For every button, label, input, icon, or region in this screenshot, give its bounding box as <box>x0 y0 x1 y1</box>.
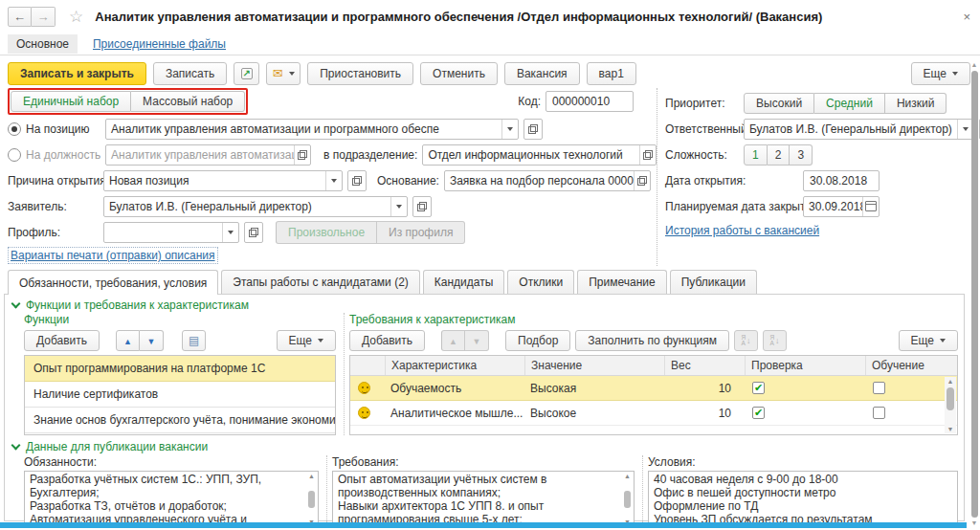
pick-button[interactable]: Подбор <box>505 330 570 351</box>
weight-cell[interactable]: 10 <box>664 382 745 395</box>
post-field[interactable]: Аналитик управления автоматизации и пр <box>105 144 311 166</box>
tab-responses[interactable]: Отклики <box>507 270 574 294</box>
check-column-header[interactable]: Проверка <box>745 356 865 375</box>
priority-medium-button[interactable]: Средний <box>814 93 885 114</box>
move-up-button[interactable] <box>441 330 465 351</box>
arbitrary-description-button[interactable]: Произвольное <box>276 221 377 244</box>
position-combo[interactable]: Аналитик управления автоматизации и прог… <box>105 119 519 140</box>
table-row[interactable]: Обучаемость Высокая 10 ✔ <box>350 376 957 401</box>
functions-section-header[interactable]: Функции и требования к характеристикам <box>5 297 964 313</box>
weight-column-header[interactable]: Вес <box>664 356 745 375</box>
suspend-button[interactable]: Приостановить <box>307 62 413 85</box>
training-checkbox[interactable] <box>873 382 885 394</box>
tab-main[interactable]: Основное <box>8 34 78 54</box>
scroll-down-icon[interactable]: ▼ <box>947 425 954 433</box>
position-radio[interactable] <box>8 122 21 136</box>
complexity-3-button[interactable]: 3 <box>790 144 813 166</box>
vacancy-button[interactable]: Вакансия <box>504 62 580 85</box>
scrollbar-thumb[interactable] <box>624 491 631 508</box>
forward-button[interactable]: → <box>32 7 56 27</box>
department-field[interactable]: Отдел информационных технологий <box>422 144 657 166</box>
conditions-textarea[interactable]: 40 часовая неделя с 9-00 до 18-00 Офис в… <box>648 471 958 528</box>
function-list-item[interactable]: Опыт программирования на платформе 1С <box>25 356 335 382</box>
function-list-item[interactable]: Наличие сертификатов <box>25 382 335 408</box>
table-scrollbar[interactable]: ▲ ▼ <box>945 377 956 433</box>
characteristics-more-button[interactable]: Еще <box>899 330 958 351</box>
scroll-down-icon[interactable]: ▼ <box>971 519 978 527</box>
single-recruitment-button[interactable]: Единичный набор <box>11 91 131 112</box>
close-date-input[interactable]: 30.09.2018 <box>803 196 880 217</box>
dropdown-button[interactable] <box>325 171 342 190</box>
open-reason-button[interactable] <box>347 170 367 191</box>
functions-list-view-button[interactable] <box>182 330 206 351</box>
basis-field[interactable]: Заявка на подбор персонала 000000012 от … <box>444 170 651 191</box>
favorite-star-icon[interactable]: ☆ <box>69 7 83 27</box>
calendar-picker-button[interactable] <box>862 197 879 216</box>
tab-note[interactable]: Примечание <box>577 270 666 294</box>
characteristics-add-button[interactable]: Добавить <box>349 330 425 351</box>
priority-low-button[interactable]: Низкий <box>885 93 947 114</box>
scroll-up-icon[interactable]: ▲ <box>308 473 315 480</box>
responsible-combo[interactable]: Булатов И.В. (Генеральный директор) <box>744 119 974 140</box>
tab-publications[interactable]: Публикации <box>670 270 757 294</box>
more-button[interactable]: Еще <box>911 62 970 85</box>
tab-duties-requirements[interactable]: Обязанности, требования, условия <box>8 270 218 295</box>
complexity-2-button[interactable]: 2 <box>768 144 791 166</box>
tab-attached-files[interactable]: Присоединенные файлы <box>93 37 226 51</box>
value-cell[interactable]: Высокое <box>524 407 664 420</box>
open-post-button[interactable] <box>294 145 310 165</box>
applicant-combo[interactable]: Булатов И.В. (Генеральный директор) <box>103 196 408 217</box>
scrollbar-thumb[interactable] <box>308 491 315 508</box>
duties-textarea[interactable]: Разработка учётных систем 1С.: УПП, ЗУП,… <box>24 471 319 528</box>
characteristic-column-header[interactable]: Характеристика <box>385 356 524 375</box>
table-row[interactable]: Аналитическое мышле... Высокое 10 ✔ <box>350 401 957 426</box>
send-email-button[interactable]: ✉ <box>266 62 301 85</box>
sort-ascending-button[interactable]: ЯА↓ <box>734 330 758 351</box>
open-applicant-button[interactable] <box>412 196 432 217</box>
scrollbar-thumb[interactable] <box>971 71 978 518</box>
window-scrollbar[interactable]: ▲ ▼ <box>969 61 979 527</box>
open-position-button[interactable] <box>523 119 543 140</box>
complexity-1-button[interactable]: 1 <box>744 144 768 166</box>
functions-more-button[interactable]: Еще <box>277 330 336 351</box>
tab-candidate-stages[interactable]: Этапы работы с кандидатами (2) <box>221 270 419 294</box>
save-and-close-button[interactable]: Записать и закрыть <box>8 62 146 85</box>
back-button[interactable]: ← <box>8 7 32 27</box>
move-down-button[interactable] <box>465 330 489 351</box>
dropdown-button[interactable] <box>501 120 518 139</box>
textarea-scrollbar[interactable]: ▲ ▼ <box>306 473 317 526</box>
dropdown-button[interactable] <box>222 223 238 242</box>
from-profile-button[interactable]: Из профиля <box>377 221 465 244</box>
open-in-new-window-button[interactable]: ↗ <box>234 62 259 85</box>
post-radio[interactable] <box>8 148 21 162</box>
dropdown-button[interactable] <box>390 197 407 216</box>
var1-button[interactable]: вар1 <box>587 62 636 85</box>
scroll-up-icon[interactable]: ▲ <box>947 377 954 386</box>
weight-cell[interactable]: 10 <box>664 407 745 420</box>
publication-section-header[interactable]: Данные для публикации вакансии <box>5 438 964 454</box>
fill-by-functions-button[interactable]: Заполнить по функциям <box>575 330 729 351</box>
print-options-link[interactable]: Варианты печати (отправки) описания <box>8 247 218 264</box>
open-department-button[interactable] <box>639 145 656 165</box>
close-button[interactable]: × <box>963 10 970 24</box>
open-date-input[interactable]: 30.08.2018 <box>803 170 880 191</box>
save-button[interactable]: Записать <box>153 62 227 85</box>
scroll-up-icon[interactable]: ▲ <box>624 473 631 480</box>
function-list-item[interactable]: Знание основ бухгалтерского учёта, поним… <box>25 408 335 433</box>
check-checkbox[interactable]: ✔ <box>752 382 765 394</box>
profile-combo[interactable] <box>103 222 239 243</box>
open-basis-button[interactable] <box>634 171 650 190</box>
move-down-button[interactable] <box>140 330 164 351</box>
reason-combo[interactable]: Новая позиция <box>103 170 343 191</box>
code-input[interactable]: 000000010 <box>546 91 634 112</box>
value-column-header[interactable]: Значение <box>524 356 664 375</box>
open-profile-button[interactable] <box>244 222 263 243</box>
mass-recruitment-button[interactable]: Массовый набор <box>131 91 245 112</box>
characteristic-cell[interactable]: Обучаемость <box>385 382 524 395</box>
textarea-scrollbar[interactable]: ▲ ▼ <box>622 473 633 526</box>
sort-descending-button[interactable]: ЯА↓ <box>763 330 787 351</box>
requirements-textarea[interactable]: Опыт автоматизации учётных систем в прои… <box>332 471 635 528</box>
scroll-up-icon[interactable]: ▲ <box>971 61 978 69</box>
training-column-header[interactable]: Обучение <box>865 356 957 375</box>
tab-candidates[interactable]: Кандидаты <box>423 270 505 294</box>
